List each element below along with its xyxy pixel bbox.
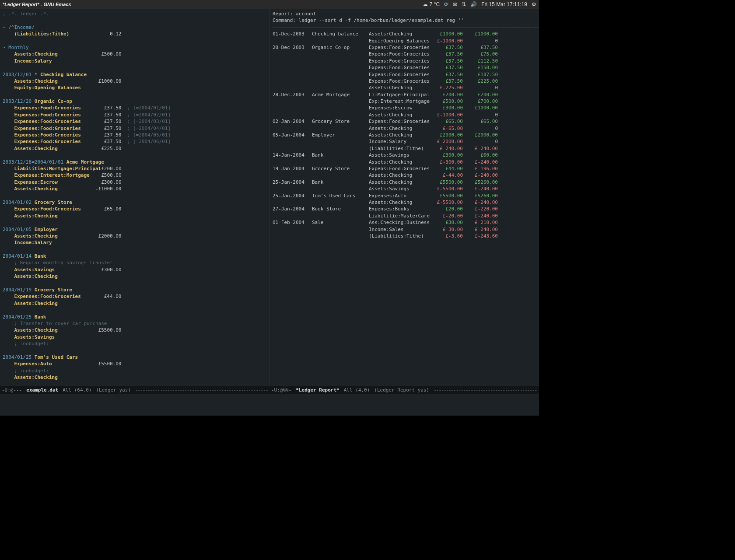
source-line[interactable]: 2004/01/02 Grocery Store xyxy=(3,199,266,206)
report-row[interactable]: Income:Sales£-30.00£-240.00 xyxy=(273,226,536,233)
report-row[interactable]: 27-Jan-2004Book StoreExpenses:Books£20.0… xyxy=(273,206,536,212)
report-row[interactable]: Expenses:Escrow£300.00£1000.00 xyxy=(273,105,536,111)
settings-gear-icon[interactable]: ⚙ xyxy=(532,1,536,7)
report-row[interactable]: Liabilitie:MasterCard£-20.00£-240.00 xyxy=(273,213,536,219)
report-row[interactable]: Expens:Food:Groceries£37.50£150.00 xyxy=(273,64,536,71)
source-line[interactable]: Assets:Checking xyxy=(3,300,266,307)
source-line[interactable]: = /^Income/ xyxy=(3,24,266,31)
source-line[interactable]: Assets:Checking xyxy=(3,273,266,280)
report-row[interactable]: Exp:Interest:Mortgage£500.00£700.00 xyxy=(273,98,536,105)
source-line[interactable]: (Liabilities:Tithe)0.12 xyxy=(3,31,266,37)
report-row[interactable]: 01-Feb-2004SaleAss:Checking:Business£30.… xyxy=(273,219,536,226)
source-line[interactable]: Liabilities:Mortgage:Principal£200.00 xyxy=(3,165,266,172)
report-row[interactable]: Assets:Savings£-5500.00£-240.00 xyxy=(273,186,536,192)
report-row[interactable]: Equi:Opening Balances£-1000.000 xyxy=(273,38,536,44)
source-line[interactable] xyxy=(3,307,266,313)
source-line[interactable]: Expenses:Food:Groceries£37.50 ; [=2004/0… xyxy=(3,125,266,132)
source-line[interactable]: ; :nobudget: xyxy=(3,368,266,374)
source-line[interactable]: Expenses:Food:Groceries£37.50 ; [=2004/0… xyxy=(3,132,266,138)
source-line[interactable] xyxy=(3,219,266,226)
report-row[interactable]: Expens:Food:Groceries£37.50£225.00 xyxy=(273,78,536,84)
source-line[interactable]: Expenses:Interest:Mortgage£500.00 xyxy=(3,172,266,178)
source-line[interactable]: Income:Salary xyxy=(3,239,266,246)
source-line[interactable]: 2003/12/20 Organic Co-op xyxy=(3,98,266,105)
modeline-right[interactable]: -U:@%%- *Ledger Report* All (4,0) (Ledge… xyxy=(270,387,539,393)
source-line[interactable] xyxy=(3,347,266,354)
source-line[interactable]: ; Regular monthly savings transfer xyxy=(3,259,266,266)
source-line[interactable]: Assets:Checking xyxy=(3,213,266,219)
report-row[interactable]: Expens:Food:Groceries£37.50£112.50 xyxy=(273,58,536,64)
source-line[interactable]: Assets:Checking£500.00 xyxy=(3,51,266,57)
source-line[interactable]: 2004/01/14 Bank xyxy=(3,253,266,259)
source-line[interactable]: ~ Monthly xyxy=(3,44,266,51)
report-row[interactable]: Assets:Checking£-5500.00£-240.00 xyxy=(273,199,536,206)
source-line[interactable] xyxy=(3,152,266,158)
report-row[interactable]: (Liabilities:Tithe)£-3.60£-243.60 xyxy=(273,233,536,239)
report-row[interactable]: 25-Jan-2004Tom's Used CarsExpenses:Auto£… xyxy=(273,192,536,199)
report-row[interactable]: (Liabilities:Tithe)£-240.00£-240.00 xyxy=(273,145,536,152)
report-row[interactable]: 25-Jan-2004BankAssets:Checking£5500.00£5… xyxy=(273,179,536,186)
modeline-left[interactable]: -U:@--- example.dat All (64,0) (Ledger y… xyxy=(0,387,270,393)
weather-indicator[interactable]: ☁ 7 °C xyxy=(423,1,440,7)
source-line[interactable]: Assets:Savings xyxy=(3,334,266,340)
source-line[interactable]: 2003/12/28=2004/01/01 Acme Mortgage xyxy=(3,159,266,165)
source-line[interactable]: ; -*- ledger -*- xyxy=(3,10,266,17)
report-row[interactable]: Assets:Checking£-225.000 xyxy=(273,84,536,91)
source-line[interactable]: Expenses:Escrow£300.00 xyxy=(3,179,266,186)
clock[interactable]: Fri 15 Mar 17:11:19 xyxy=(481,1,527,7)
report-row[interactable]: 19-Jan-2004Grocery StoreExpens:Food:Groc… xyxy=(273,165,536,172)
network-icon[interactable]: ⇅ xyxy=(462,1,466,7)
refresh-icon[interactable]: ⟳ xyxy=(444,1,448,7)
ledger-source-buffer[interactable]: ; -*- ledger -*- = /^Income/ (Liabilitie… xyxy=(0,9,270,386)
report-row[interactable]: Income:Salary£-2000.000 xyxy=(273,138,536,145)
source-line[interactable]: Expenses:Food:Groceries£44.00 xyxy=(3,293,266,300)
source-line[interactable]: ; Transfer to cover car purchase xyxy=(3,320,266,327)
source-line[interactable]: 2004/01/25 Bank xyxy=(3,314,266,320)
report-row[interactable]: 01-Dec-2003Checking balanceAssets:Checki… xyxy=(273,31,536,37)
modeline-buffer-name: *Ledger Report* xyxy=(296,387,339,393)
report-row[interactable]: Expens:Food:Groceries£37.50£75.00 xyxy=(273,51,536,57)
source-line[interactable]: 2004/01/25 Tom's Used Cars xyxy=(3,354,266,360)
report-row[interactable]: 20-Dec-2003Organic Co-opExpens:Food:Groc… xyxy=(273,44,536,51)
report-row[interactable]: 02-Jan-2004Grocery StoreExpens:Food:Groc… xyxy=(273,118,536,125)
report-row[interactable]: 14-Jan-2004BankAssets:Savings£300.00£60.… xyxy=(273,152,536,158)
source-line[interactable]: Expenses:Food:Groceries£37.50 ; [=2004/0… xyxy=(3,112,266,118)
source-line[interactable]: Assets:Checking-£1000.00 xyxy=(3,186,266,192)
report-row[interactable]: Assets:Checking£-1000.000 xyxy=(273,112,536,118)
ledger-report-buffer[interactable]: Report: accountCommand: ledger --sort d … xyxy=(270,9,539,386)
source-line[interactable]: Equity:Opening Balances xyxy=(3,84,266,91)
report-row[interactable]: Assets:Checking£-44.00£-240.00 xyxy=(273,172,536,178)
source-line[interactable]: Assets:Checking xyxy=(3,374,266,381)
report-row[interactable]: Assets:Checking£-65.000 xyxy=(273,125,536,132)
source-line[interactable]: Expenses:Food:Groceries£37.50 ; [=2004/0… xyxy=(3,118,266,125)
source-line[interactable]: Expenses:Food:Groceries£65.00 xyxy=(3,206,266,212)
source-line[interactable]: Expenses:Food:Groceries£37.50 ; [=2004/0… xyxy=(3,105,266,111)
report-row[interactable]: 05-Jan-2004EmployerAssets:Checking£2000.… xyxy=(273,132,536,138)
source-line[interactable] xyxy=(3,91,266,98)
source-line[interactable]: 2004/01/19 Grocery Store xyxy=(3,287,266,293)
source-line[interactable]: ; :nobudget: xyxy=(3,340,266,347)
source-line[interactable] xyxy=(3,280,266,287)
report-row[interactable]: Expens:Food:Groceries£37.50£187.50 xyxy=(273,71,536,78)
source-line[interactable] xyxy=(3,381,266,386)
source-line[interactable]: 2003/12/01 * Checking balance xyxy=(3,71,266,78)
report-row[interactable]: Assets:Checking£-300.00£-240.00 xyxy=(273,159,536,165)
source-line[interactable] xyxy=(3,192,266,199)
source-line[interactable]: Income:Salary xyxy=(3,58,266,64)
source-line[interactable]: Expenses:Food:Groceries£37.50 ; [=2004/0… xyxy=(3,138,266,145)
source-line[interactable] xyxy=(3,17,266,24)
source-line[interactable] xyxy=(3,246,266,253)
source-line[interactable] xyxy=(3,38,266,44)
source-line[interactable]: Expenses:Auto£5500.00 xyxy=(3,360,266,367)
source-line[interactable]: Assets:Checking£5500.00 xyxy=(3,327,266,333)
source-line[interactable] xyxy=(3,64,266,71)
minibuffer[interactable] xyxy=(0,394,539,416)
mail-icon[interactable]: ✉ xyxy=(453,1,457,7)
source-line[interactable]: Assets:Checking£1000.00 xyxy=(3,78,266,84)
source-line[interactable]: Assets:Checking£2000.00 xyxy=(3,233,266,239)
source-line[interactable]: 2004/01/05 Employer xyxy=(3,226,266,233)
source-line[interactable]: Assets:Checking-£225.00 xyxy=(3,145,266,152)
report-row[interactable]: 28-Dec-2003Acme MortgageLi:Mortgage:Prin… xyxy=(273,91,536,98)
volume-icon[interactable]: 🔊 xyxy=(470,1,477,7)
source-line[interactable]: Assets:Savings£300.00 xyxy=(3,266,266,273)
